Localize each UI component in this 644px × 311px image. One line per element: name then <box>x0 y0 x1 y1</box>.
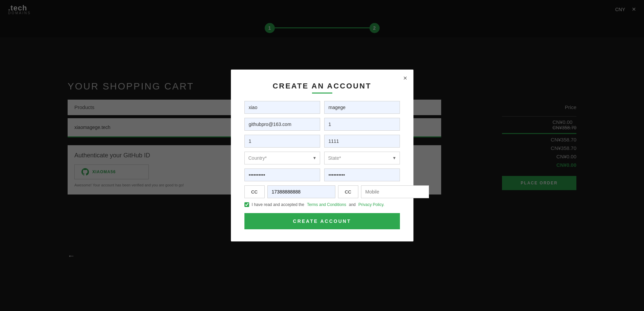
country-select-wrap: ▼ Country* <box>244 152 320 164</box>
confirm-password-input[interactable] <box>324 169 400 181</box>
mobile-input[interactable] <box>361 185 429 198</box>
first-name-input[interactable] <box>244 101 320 114</box>
extra-row <box>244 135 400 148</box>
last-name-input[interactable] <box>324 101 400 114</box>
modal-title: CREATE AN ACCOUNT <box>244 82 400 90</box>
modal-title-underline <box>312 93 332 94</box>
terms-link[interactable]: Terms and Conditions <box>307 202 346 207</box>
terms-and: and <box>349 202 356 207</box>
field3-input[interactable] <box>324 118 400 131</box>
name-row <box>244 101 400 114</box>
state-select-wrap: ▼ State* <box>324 152 400 164</box>
field4-input[interactable] <box>244 135 320 148</box>
email-row <box>244 118 400 131</box>
state-select[interactable] <box>324 152 400 164</box>
modal-overlay: × CREATE AN ACCOUNT ▼ Country* <box>0 0 644 311</box>
location-row: ▼ Country* ▼ State* <box>244 152 400 164</box>
phone-cc-input[interactable] <box>244 185 265 198</box>
privacy-link[interactable]: Privacy Policy. <box>358 202 384 207</box>
password-input[interactable] <box>244 169 320 181</box>
field5-input[interactable] <box>324 135 400 148</box>
create-account-button[interactable]: CREATE ACCOUNT <box>244 213 400 229</box>
terms-text-before: I have read and accepted the <box>252 202 304 207</box>
terms-checkbox[interactable] <box>244 202 249 207</box>
mobile-cc-input[interactable] <box>338 185 358 198</box>
email-input[interactable] <box>244 118 320 131</box>
terms-row: I have read and accepted the Terms and C… <box>244 202 400 207</box>
phone-row <box>244 185 400 198</box>
phone-number-input[interactable] <box>267 185 335 198</box>
create-account-modal: × CREATE AN ACCOUNT ▼ Country* <box>231 70 413 241</box>
country-select[interactable] <box>244 152 320 164</box>
password-row <box>244 169 400 181</box>
modal-close-button[interactable]: × <box>403 74 407 82</box>
